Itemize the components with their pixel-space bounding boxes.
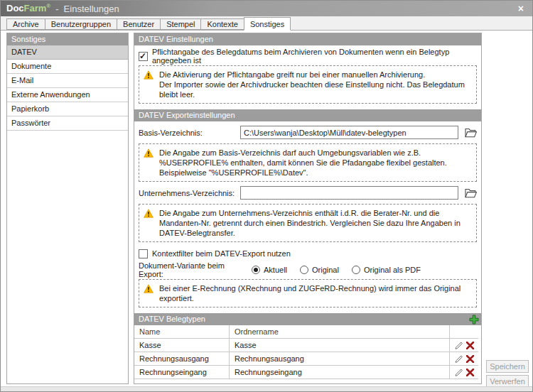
window-bottom-strip — [1, 386, 532, 391]
erechnung-warning-box: Bei einer E-Rechnung (XRechnung und ZUGF… — [139, 279, 477, 307]
company-dir-input[interactable] — [240, 186, 458, 200]
close-icon[interactable]: × — [518, 2, 524, 15]
warning-text: Die Aktivierung der Pflichtangabe greift… — [159, 70, 470, 99]
warning-icon — [144, 70, 154, 80]
cell-name: Rechnungseingang — [134, 366, 230, 379]
sidebar-item-email[interactable]: E-Mail — [7, 74, 128, 88]
tab-kontexte[interactable]: Kontexte — [200, 18, 244, 30]
warning-text: Bei einer E-Rechnung (XRechnung und ZUGF… — [159, 283, 470, 303]
warning-text: Die Angabe zum Basis-Verzeichnis darf au… — [159, 148, 470, 178]
tab-archive[interactable]: Archive — [6, 18, 45, 30]
tab-bar: Archive Benutzergruppen Benutzer Stempel… — [1, 16, 532, 31]
app-name-primary: Doc — [6, 4, 24, 14]
mandatory-date-label: Pflichtangabe des Belegdatums beim Archi… — [152, 48, 477, 65]
app-logo: DocFarm® — [6, 3, 50, 13]
folder-icon — [465, 128, 477, 138]
table-row-kasse[interactable]: Kasse Kasse — [134, 339, 478, 352]
variant-option-aktuell[interactable]: Aktuell — [252, 266, 287, 274]
company-dir-label: Unternehmens-Verzeichnis: — [139, 189, 240, 197]
cell-ordnername: Kasse — [230, 339, 450, 352]
warning-icon — [144, 284, 154, 293]
warning-line-2: Beispielweise "%USERPROFILE%\Datev". — [159, 168, 470, 178]
folder-icon — [465, 188, 477, 198]
column-header-ordnername[interactable]: Ordnername — [230, 325, 450, 338]
registered-mark: ® — [46, 3, 50, 9]
delete-row-button[interactable] — [466, 369, 474, 376]
delete-row-button[interactable] — [466, 355, 474, 363]
title-bar: DocFarm® - Einstellungen × — [1, 1, 532, 16]
cell-name: Rechnungsausgang — [134, 352, 230, 365]
page-title: Einstellungen — [64, 4, 119, 14]
section-header-einstellungen: DATEV Einstellungen — [134, 33, 481, 45]
radio-icon[interactable] — [252, 266, 260, 274]
variant-option-label: Original als PDF — [364, 266, 421, 274]
belegtypen-table: Name Ordnername Kasse Kasse — [134, 325, 478, 379]
sidebar-item-passwoerter[interactable]: Passwörter — [7, 116, 128, 131]
pencil-icon — [454, 368, 463, 377]
sidebar-item-datev[interactable]: DATEV — [7, 45, 128, 60]
variant-option-label: Original — [312, 266, 339, 274]
company-dir-warning-box: Die Angabe zum Unternehmens-Verzeichnis … — [139, 204, 477, 242]
base-dir-label: Basis-Verzeichnis: — [139, 129, 240, 137]
settings-window: DocFarm® - Einstellungen × Archive Benut… — [0, 0, 533, 392]
add-belegtyp-button[interactable] — [468, 314, 479, 325]
variant-radio-group: Aktuell Original Original als PDF — [252, 266, 421, 274]
company-dir-row: Unternehmens-Verzeichnis: — [139, 186, 477, 200]
column-header-actions — [450, 325, 478, 338]
cell-actions — [450, 339, 478, 352]
mandatory-date-row: Pflichtangabe des Belegdatums beim Archi… — [139, 51, 477, 61]
sidebar-item-papierkorb[interactable]: Papierkorb — [7, 102, 128, 116]
main-panel: DATEV Einstellungen Pflichtangabe des Be… — [134, 33, 482, 384]
radio-icon[interactable] — [300, 266, 308, 274]
cell-actions — [450, 352, 478, 365]
context-filter-label: Kontextfilter beim DATEV-Export nutzen — [152, 249, 291, 258]
base-dir-browse-button[interactable] — [461, 126, 477, 139]
warning-line-2: Der Importer sowie der Archivdrucker bea… — [159, 80, 470, 99]
base-dir-warning-box: Die Angabe zum Basis-Verzeichnis darf au… — [139, 143, 477, 182]
section-header-belegtypen: DATEV Belegtypen — [134, 313, 481, 325]
base-dir-input[interactable] — [240, 126, 458, 139]
edit-row-button[interactable] — [454, 354, 463, 364]
cell-actions — [450, 366, 478, 379]
tab-sonstiges[interactable]: Sonstiges — [244, 17, 291, 31]
pencil-icon — [454, 354, 463, 364]
cell-ordnername: Rechnungseingang — [230, 366, 450, 379]
sidebar-item-externe-anwendungen[interactable]: Externe Anwendungen — [7, 88, 128, 102]
section-header-export: DATEV Exporteinstellungen — [134, 109, 481, 121]
table-header-row: Name Ordnername — [134, 325, 478, 339]
delete-x-icon — [466, 355, 474, 363]
mandatory-date-checkbox[interactable] — [139, 52, 148, 61]
plus-icon — [469, 315, 479, 325]
pencil-icon — [454, 341, 463, 350]
warning-icon — [144, 209, 154, 218]
app-name-secondary: Farm — [24, 4, 47, 14]
sidebar-header: Sonstiges — [7, 33, 128, 45]
warning-icon — [144, 148, 154, 158]
variant-option-original[interactable]: Original — [300, 266, 339, 274]
sidebar: Sonstiges DATEV Dokumente E-Mail Externe… — [6, 33, 129, 384]
warning-text: Die Angabe zum Unternehmens-Verzeichnis … — [159, 208, 470, 238]
delete-x-icon — [466, 369, 474, 376]
base-dir-row: Basis-Verzeichnis: — [139, 126, 477, 139]
column-header-name[interactable]: Name — [134, 325, 230, 338]
variant-label: Dokument-Variante beim Export: — [139, 261, 240, 278]
edit-row-button[interactable] — [454, 368, 463, 377]
section-title: DATEV Belegtypen — [139, 315, 205, 323]
variant-option-label: Aktuell — [264, 266, 287, 274]
warning-line-1: Die Angabe zum Basis-Verzeichnis darf au… — [159, 148, 470, 168]
context-filter-checkbox[interactable] — [139, 249, 148, 258]
save-button[interactable]: Speichern — [486, 360, 529, 373]
table-row-rechnungsausgang[interactable]: Rechnungsausgang Rechnungsausgang — [134, 352, 478, 366]
edit-row-button[interactable] — [454, 341, 463, 350]
sidebar-item-dokumente[interactable]: Dokumente — [7, 60, 128, 74]
company-dir-browse-button[interactable] — [461, 186, 477, 200]
tab-benutzer[interactable]: Benutzer — [117, 18, 161, 30]
variant-row: Dokument-Variante beim Export: Aktuell O… — [139, 265, 477, 275]
table-row-rechnungseingang[interactable]: Rechnungseingang Rechnungseingang — [134, 366, 478, 379]
radio-icon[interactable] — [352, 266, 360, 274]
tab-stempel[interactable]: Stempel — [160, 18, 201, 30]
tab-benutzergruppen[interactable]: Benutzergruppen — [45, 18, 117, 30]
variant-option-original-pdf[interactable]: Original als PDF — [352, 266, 421, 274]
delete-row-button[interactable] — [466, 342, 474, 349]
warning-line-1: Die Aktivierung der Pflichtangabe greift… — [159, 70, 470, 80]
